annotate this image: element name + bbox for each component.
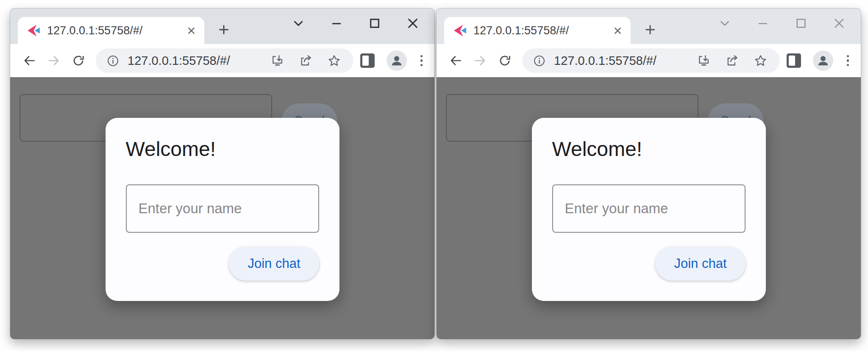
name-input[interactable] [552,184,746,233]
toolbar-right-actions [359,50,428,71]
person-icon [390,54,403,67]
omnibox-actions [270,53,343,68]
address-bar[interactable]: 127.0.0.1:55758/#/ [96,48,353,73]
omnibox-actions [696,53,770,68]
install-app-icon[interactable] [270,53,285,68]
tab-search-chevron-icon[interactable] [291,16,306,31]
close-icon[interactable] [406,16,420,31]
share-icon[interactable] [298,53,313,68]
side-panel-icon[interactable] [360,53,375,68]
back-icon[interactable] [443,48,468,73]
share-icon[interactable] [725,53,740,68]
address-bar[interactable]: 127.0.0.1:55758/#/ [522,48,780,73]
dialog-actions: Join chat [552,247,746,281]
browser-toolbar: 127.0.0.1:55758/#/ [10,44,434,77]
window-controls [291,16,420,31]
dialog-actions: Join chat [126,247,319,281]
install-app-icon[interactable] [696,53,711,68]
welcome-dialog: Welcome! Join chat [532,118,766,301]
maximize-icon[interactable] [794,16,808,31]
browser-toolbar: 127.0.0.1:55758/#/ [437,44,861,77]
toolbar-right-actions [785,50,854,71]
site-info-icon[interactable] [106,54,120,68]
site-info-icon[interactable] [532,54,546,68]
maximize-icon[interactable] [367,16,382,31]
window-controls [718,16,846,31]
bookmark-star-icon[interactable] [753,53,768,68]
bookmark-star-icon[interactable] [327,53,342,68]
page-content: Send Welcome! Join chat [10,77,434,339]
tab-title: 127.0.0.1:55758/#/ [473,24,605,37]
tab-title: 127.0.0.1:55758/#/ [47,24,178,37]
browser-tab[interactable]: 127.0.0.1:55758/#/ [18,17,204,44]
join-chat-button[interactable]: Join chat [655,247,745,281]
person-icon [816,54,830,67]
tab-close-icon[interactable] [185,24,198,37]
minimize-icon[interactable] [756,16,770,31]
new-tab-icon[interactable] [214,20,234,40]
tab-search-chevron-icon[interactable] [718,16,732,31]
reload-icon[interactable] [66,48,91,73]
browser-tab[interactable]: 127.0.0.1:55758/#/ [444,17,631,44]
join-chat-button[interactable]: Join chat [229,247,319,281]
menu-kebab-icon[interactable] [845,53,851,68]
site-favicon-icon [453,23,467,38]
forward-icon[interactable] [42,48,66,73]
welcome-dialog: Welcome! Join chat [106,118,339,301]
profile-avatar[interactable] [387,50,407,71]
reload-icon[interactable] [492,48,517,73]
dialog-title: Welcome! [552,137,746,161]
name-input[interactable] [126,184,319,233]
forward-icon[interactable] [468,48,492,73]
dialog-title: Welcome! [126,137,319,161]
close-icon[interactable] [832,16,846,31]
tab-strip: 127.0.0.1:55758/#/ [437,8,861,44]
new-tab-icon[interactable] [640,20,660,40]
url-text[interactable]: 127.0.0.1:55758/#/ [554,54,689,68]
back-icon[interactable] [17,48,42,73]
url-text[interactable]: 127.0.0.1:55758/#/ [128,54,262,68]
site-favicon-icon [26,23,41,38]
profile-avatar[interactable] [813,50,833,71]
tab-close-icon[interactable] [611,24,624,37]
menu-kebab-icon[interactable] [419,53,425,68]
side-panel-icon[interactable] [787,53,801,68]
browser-window-right: 127.0.0.1:55758/#/ [437,8,861,339]
tab-strip: 127.0.0.1:55758/#/ [10,8,434,44]
browser-window-left: 127.0.0.1:55758/#/ [10,8,434,339]
page-content: Send Welcome! Join chat [437,77,861,339]
minimize-icon[interactable] [329,16,344,31]
